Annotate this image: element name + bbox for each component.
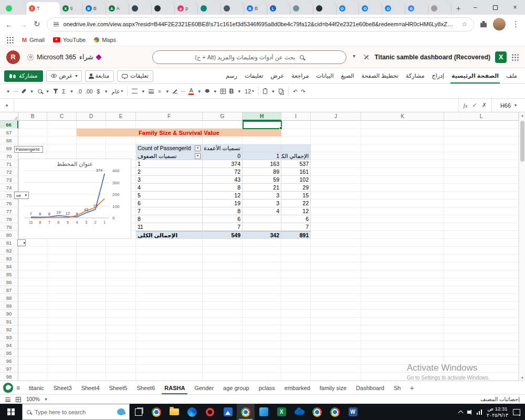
cell-E82[interactable] bbox=[106, 247, 136, 255]
cell-F89[interactable] bbox=[136, 302, 203, 310]
account-avatar[interactable]: R bbox=[6, 50, 20, 64]
zoom-dropdown-icon[interactable]: ▾ bbox=[45, 397, 47, 402]
app-launcher-icon[interactable] bbox=[511, 54, 519, 61]
chrome-icon[interactable] bbox=[326, 404, 344, 420]
view-mode-button[interactable]: عرض ▾ bbox=[46, 70, 82, 82]
cell-J69[interactable] bbox=[311, 144, 361, 152]
cell-G92[interactable] bbox=[203, 326, 243, 333]
cell-E68[interactable] bbox=[106, 136, 136, 144]
scroll-up-icon[interactable]: ▲ bbox=[519, 113, 525, 117]
cell-I85[interactable] bbox=[281, 270, 311, 278]
ribbon-tab-item[interactable]: تعليمات bbox=[241, 68, 267, 83]
name-box[interactable]: H66 ▾ bbox=[491, 99, 525, 112]
cell-E83[interactable] bbox=[106, 255, 136, 262]
cell-J88[interactable] bbox=[311, 294, 361, 302]
row-header-88[interactable]: 88 bbox=[0, 294, 18, 302]
ribbon-tab-item[interactable]: مراجعة bbox=[288, 68, 312, 83]
cell-K74[interactable] bbox=[361, 184, 444, 192]
cell-G84[interactable] bbox=[203, 262, 243, 270]
forward-icon[interactable]: → bbox=[19, 20, 27, 29]
cell-D82[interactable] bbox=[77, 247, 106, 255]
cell-C83[interactable] bbox=[47, 255, 77, 262]
file-explorer-icon[interactable] bbox=[165, 404, 183, 420]
select-all-corner[interactable] bbox=[0, 112, 18, 121]
pivot-row-label[interactable]: 5 bbox=[136, 192, 203, 200]
cell-L78[interactable] bbox=[444, 215, 519, 223]
field-dropdown-icon[interactable]: ▾ bbox=[195, 145, 201, 151]
cell-F93[interactable] bbox=[136, 333, 203, 341]
pivot-value-0[interactable]: 19 bbox=[203, 200, 243, 207]
sort-filter-icon[interactable] bbox=[51, 86, 60, 97]
autosum-dropdown-icon[interactable]: ▾ bbox=[68, 86, 76, 97]
cell-F97[interactable] bbox=[136, 365, 203, 373]
row-header-98[interactable]: 98 bbox=[0, 373, 18, 381]
ribbon-tab-item[interactable]: الصيغ bbox=[337, 68, 358, 83]
cancel-icon[interactable]: ✗ bbox=[482, 102, 487, 109]
cell-C68[interactable] bbox=[47, 136, 77, 144]
cell-L89[interactable] bbox=[444, 302, 519, 310]
start-button[interactable] bbox=[0, 404, 22, 420]
cell-F98[interactable] bbox=[136, 373, 203, 381]
autosum-icon[interactable]: Σ bbox=[60, 86, 68, 97]
cell-E94[interactable] bbox=[106, 341, 136, 349]
cell-B93[interactable] bbox=[18, 333, 47, 341]
task-view-icon[interactable] bbox=[130, 404, 148, 420]
gallery-icon[interactable] bbox=[255, 404, 272, 420]
cell-L94[interactable] bbox=[444, 341, 519, 349]
browser-tab[interactable]: AA bbox=[106, 2, 129, 15]
cell-C89[interactable] bbox=[47, 302, 77, 310]
cell-L75[interactable] bbox=[444, 192, 519, 200]
cell-D90[interactable] bbox=[77, 310, 106, 318]
column-header-D[interactable]: D bbox=[77, 112, 106, 121]
merge-center-icon[interactable] bbox=[130, 86, 139, 97]
cell-J94[interactable] bbox=[311, 341, 361, 349]
close-button[interactable]: × bbox=[505, 0, 525, 15]
cell-L97[interactable] bbox=[444, 365, 519, 373]
browser-tab[interactable]: pp bbox=[175, 2, 198, 15]
cell-L92[interactable] bbox=[444, 326, 519, 333]
cell-K83[interactable] bbox=[361, 255, 444, 262]
document-title[interactable]: Titanic samble dashboard (Recovered) bbox=[374, 54, 490, 61]
cell-K73[interactable] bbox=[361, 176, 444, 184]
row-header-74[interactable]: 74 bbox=[0, 184, 18, 192]
cell-D98[interactable] bbox=[77, 373, 106, 381]
cell-H93[interactable] bbox=[243, 333, 281, 341]
pivot-col-key-1[interactable]: 1 bbox=[243, 152, 281, 160]
pivot-grand-value-1[interactable]: 342 bbox=[243, 231, 281, 239]
cell-E96[interactable] bbox=[106, 357, 136, 365]
browser-profile-avatar[interactable] bbox=[493, 18, 506, 30]
format-painter-icon[interactable] bbox=[20, 86, 28, 97]
cell-I68[interactable] bbox=[281, 136, 311, 144]
reload-icon[interactable]: ↻ bbox=[34, 19, 40, 29]
cell-H95[interactable] bbox=[243, 349, 281, 357]
cell-C92[interactable] bbox=[47, 326, 77, 333]
cell-K89[interactable] bbox=[361, 302, 444, 310]
cell-C90[interactable] bbox=[47, 310, 77, 318]
row-header-77[interactable]: 77 bbox=[0, 207, 18, 215]
cell-B90[interactable] bbox=[18, 310, 47, 318]
pivot-field-chip[interactable]: PassengerId bbox=[14, 146, 43, 153]
row-header-72[interactable]: 72 bbox=[0, 168, 18, 176]
cell-F96[interactable] bbox=[136, 357, 203, 365]
cell-C85[interactable] bbox=[47, 270, 77, 278]
cell-H68[interactable] bbox=[243, 136, 281, 144]
cell-L74[interactable] bbox=[444, 184, 519, 192]
cell-E92[interactable] bbox=[106, 326, 136, 333]
cell-J87[interactable] bbox=[311, 286, 361, 294]
sheet-tab-sheet5[interactable]: Sheet5 bbox=[104, 381, 132, 394]
cell-L83[interactable] bbox=[444, 255, 519, 262]
cell-J89[interactable] bbox=[311, 302, 361, 310]
cell-J74[interactable] bbox=[311, 184, 361, 192]
cell-L77[interactable] bbox=[444, 207, 519, 215]
row-header-79[interactable]: 79 bbox=[0, 223, 18, 231]
pivot-row-label[interactable]: 7 bbox=[136, 207, 203, 215]
bookmark-maps[interactable]: Maps bbox=[94, 37, 116, 43]
cell-B98[interactable] bbox=[18, 373, 47, 381]
cell-F87[interactable] bbox=[136, 286, 203, 294]
cell-K72[interactable] bbox=[361, 168, 444, 176]
cell-E87[interactable] bbox=[106, 286, 136, 294]
pivot-row-label[interactable]: 4 bbox=[136, 184, 203, 192]
pivot-row-label[interactable]: 11 bbox=[136, 223, 203, 231]
cell-K81[interactable] bbox=[361, 239, 444, 247]
row-header-90[interactable]: 90 bbox=[0, 310, 18, 318]
